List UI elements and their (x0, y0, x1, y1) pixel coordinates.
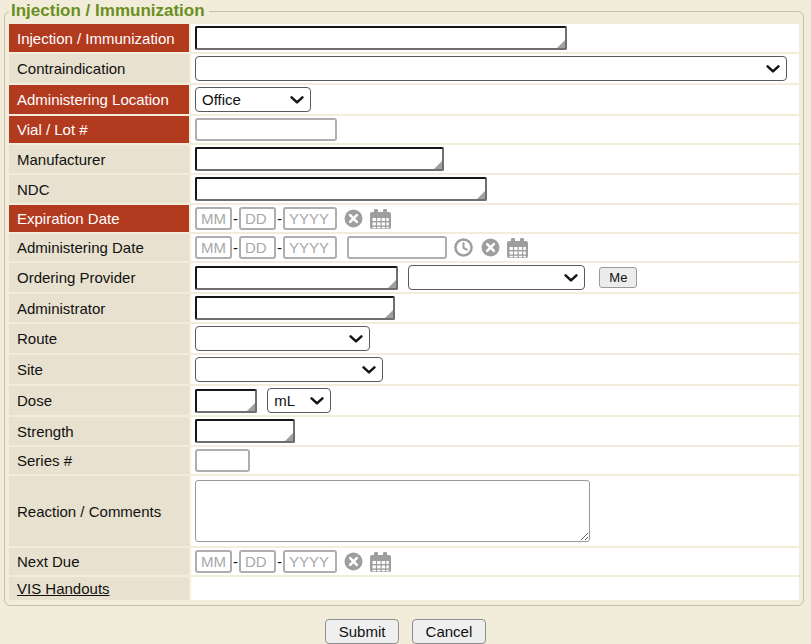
reaction-comments-textarea[interactable] (195, 480, 590, 542)
table-row: VIS Handouts (9, 577, 799, 600)
expiration-month-input[interactable] (195, 207, 232, 230)
table-row: Vial / Lot # (9, 116, 799, 143)
injection-form-frame: Injection / Immunization Injection / Imm… (4, 1, 804, 606)
next-due-year-input[interactable] (283, 550, 337, 573)
vis-handouts-link[interactable]: VIS Handouts (17, 580, 110, 597)
manufacturer-label: Manufacturer (9, 145, 189, 173)
dose-input[interactable] (195, 389, 257, 413)
table-row: Ordering Provider Me (9, 263, 799, 292)
table-row: Series # (9, 447, 799, 474)
vial-lot-input[interactable] (195, 118, 337, 141)
dose-label: Dose (9, 386, 189, 415)
calendar-icon[interactable] (370, 209, 391, 229)
manufacturer-input[interactable] (195, 147, 444, 171)
ndc-label: NDC (9, 175, 189, 203)
next-due-label: Next Due (9, 548, 189, 575)
submit-button[interactable]: Submit (325, 619, 400, 644)
contraindication-select-wrap (195, 56, 787, 81)
administering-location-select[interactable]: Office (195, 87, 311, 112)
expiration-year-input[interactable] (283, 207, 337, 230)
ordering-provider-select[interactable] (408, 265, 585, 290)
administering-date-label: Administering Date (9, 234, 189, 261)
ndc-input[interactable] (195, 177, 487, 201)
administering-year-input[interactable] (283, 236, 337, 259)
injection-input-wrap (195, 26, 567, 50)
site-select[interactable] (195, 357, 383, 382)
clear-icon[interactable] (481, 238, 500, 257)
strength-input[interactable] (195, 419, 295, 443)
clear-icon[interactable] (344, 552, 363, 571)
table-row: Administrator (9, 294, 799, 322)
clear-icon[interactable] (344, 209, 363, 228)
site-label: Site (9, 355, 189, 384)
table-row: Expiration Date -- (9, 205, 799, 232)
route-label: Route (9, 324, 189, 353)
table-row: Contraindication (9, 54, 799, 83)
administrator-label: Administrator (9, 294, 189, 322)
injection-form-table: Injection / Immunization Contraindicatio… (7, 22, 801, 602)
table-row: Manufacturer (9, 145, 799, 173)
administering-time-input[interactable] (347, 236, 447, 259)
ordering-provider-select-wrap (408, 265, 585, 290)
table-row: Strength (9, 417, 799, 445)
series-input[interactable] (195, 449, 250, 472)
expiration-day-input[interactable] (239, 207, 276, 230)
injection-input[interactable] (195, 26, 567, 50)
vis-handouts-cell: VIS Handouts (9, 577, 189, 600)
calendar-icon[interactable] (507, 238, 528, 258)
ordering-provider-label: Ordering Provider (9, 263, 189, 292)
table-row: Administering Date -- (9, 234, 799, 261)
table-row: Reaction / Comments (9, 476, 799, 546)
route-select-wrap (195, 326, 370, 351)
page-title: Injection / Immunization (9, 1, 209, 21)
table-row: Dose mL (9, 386, 799, 415)
expiration-date-label: Expiration Date (9, 205, 189, 232)
me-button[interactable]: Me (599, 267, 637, 288)
table-row: Next Due -- (9, 548, 799, 575)
dose-unit-select-wrap: mL (267, 388, 331, 413)
cancel-button[interactable]: Cancel (412, 619, 487, 644)
vis-handouts-value (191, 577, 799, 600)
vial-lot-label: Vial / Lot # (9, 116, 189, 143)
injection-label: Injection / Immunization (9, 24, 189, 52)
site-select-wrap (195, 357, 383, 382)
dose-unit-select[interactable]: mL (267, 388, 331, 413)
table-row: Route (9, 324, 799, 353)
administering-day-input[interactable] (239, 236, 276, 259)
calendar-icon[interactable] (370, 552, 391, 572)
administering-month-input[interactable] (195, 236, 232, 259)
administering-location-label: Administering Location (9, 85, 189, 114)
contraindication-label: Contraindication (9, 54, 189, 83)
table-row: Administering Location Office (9, 85, 799, 114)
administrator-input[interactable] (195, 296, 395, 320)
form-actions: Submit Cancel (0, 619, 811, 644)
table-row: Injection / Immunization (9, 24, 799, 52)
contraindication-select[interactable] (195, 56, 787, 81)
table-row: NDC (9, 175, 799, 203)
reaction-comments-label: Reaction / Comments (9, 476, 189, 546)
table-row: Site (9, 355, 799, 384)
ordering-provider-input[interactable] (195, 266, 398, 290)
route-select[interactable] (195, 326, 370, 351)
strength-label: Strength (9, 417, 189, 445)
series-label: Series # (9, 447, 189, 474)
administering-location-select-wrap: Office (195, 87, 311, 112)
clock-icon[interactable] (454, 238, 473, 257)
next-due-day-input[interactable] (239, 550, 276, 573)
next-due-month-input[interactable] (195, 550, 232, 573)
